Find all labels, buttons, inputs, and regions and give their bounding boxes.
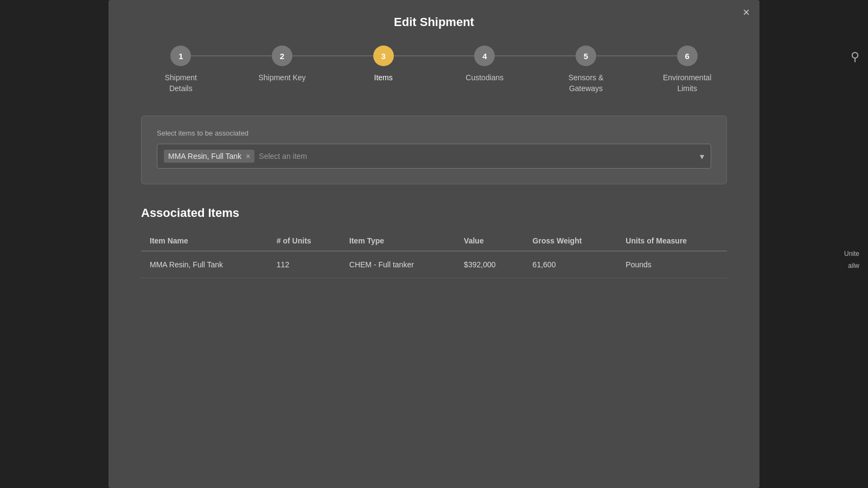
- step-label-1: ShipmentDetails: [165, 73, 197, 94]
- stepper: 1 ShipmentDetails 2 Shipment Key 3 Items: [108, 46, 760, 115]
- chevron-down-icon: ▾: [700, 151, 704, 162]
- dropdown-placeholder: Select an item: [259, 152, 700, 160]
- cell-item-type: CHEM - Full tanker: [341, 251, 455, 278]
- items-dropdown[interactable]: MMA Resin, Full Tank × Select an item ▾: [157, 144, 711, 169]
- step-3[interactable]: 3 Items: [333, 46, 434, 84]
- associated-items-title: Associated Items: [141, 206, 727, 220]
- step-label-3: Items: [374, 73, 393, 84]
- edit-shipment-modal: × Edit Shipment 1 ShipmentDetails 2 Ship…: [108, 0, 760, 488]
- modal-title: Edit Shipment: [108, 0, 760, 46]
- step-2[interactable]: 2 Shipment Key: [232, 46, 333, 84]
- close-button[interactable]: ×: [743, 7, 750, 18]
- step-circle-6: 6: [677, 46, 698, 66]
- col-item-type: Item Type: [341, 231, 455, 251]
- right-sidebar-peek: ⚲ Unite ailw: [760, 0, 868, 488]
- col-units: # of Units: [268, 231, 341, 251]
- right-peek-text: Unite ailw: [844, 248, 859, 272]
- table-header-row: Item Name # of Units Item Type Value Gro…: [141, 231, 727, 251]
- table-row: MMA Resin, Full Tank112CHEM - Full tanke…: [141, 251, 727, 278]
- tag-label: MMA Resin, Full Tank: [168, 152, 241, 160]
- step-circle-5: 5: [576, 46, 596, 66]
- cell-item-name: MMA Resin, Full Tank: [141, 251, 268, 278]
- cell-gross-weight: 61,600: [524, 251, 617, 278]
- step-circle-2: 2: [272, 46, 292, 66]
- selector-legend: Select items to be associated: [157, 129, 711, 137]
- search-icon[interactable]: ⚲: [851, 50, 859, 64]
- cell-value: $392,000: [455, 251, 524, 278]
- step-label-6: EnvironmentalLimits: [663, 73, 712, 94]
- step-label-4: Custodians: [465, 73, 503, 84]
- cell-units: 112: [268, 251, 341, 278]
- step-4[interactable]: 4 Custodians: [434, 46, 535, 84]
- associated-items-section: Associated Items Item Name # of Units It…: [141, 206, 727, 278]
- step-5[interactable]: 5 Sensors &Gateways: [535, 46, 637, 94]
- col-value: Value: [455, 231, 524, 251]
- step-circle-1: 1: [170, 46, 191, 66]
- col-gross-weight: Gross Weight: [524, 231, 617, 251]
- col-item-name: Item Name: [141, 231, 268, 251]
- tag-remove-button[interactable]: ×: [246, 152, 250, 160]
- cell-units-of-measure: Pounds: [617, 251, 727, 278]
- step-6[interactable]: 6 EnvironmentalLimits: [636, 46, 738, 94]
- step-circle-4: 4: [474, 46, 495, 66]
- selected-item-tag: MMA Resin, Full Tank ×: [164, 150, 254, 163]
- step-1[interactable]: 1 ShipmentDetails: [130, 46, 232, 94]
- step-label-2: Shipment Key: [258, 73, 305, 84]
- step-label-5: Sensors &Gateways: [569, 73, 604, 94]
- items-table: Item Name # of Units Item Type Value Gro…: [141, 231, 727, 278]
- col-units-of-measure: Units of Measure: [617, 231, 727, 251]
- step-circle-3: 3: [373, 46, 394, 66]
- items-selector-card: Select items to be associated MMA Resin,…: [141, 115, 727, 184]
